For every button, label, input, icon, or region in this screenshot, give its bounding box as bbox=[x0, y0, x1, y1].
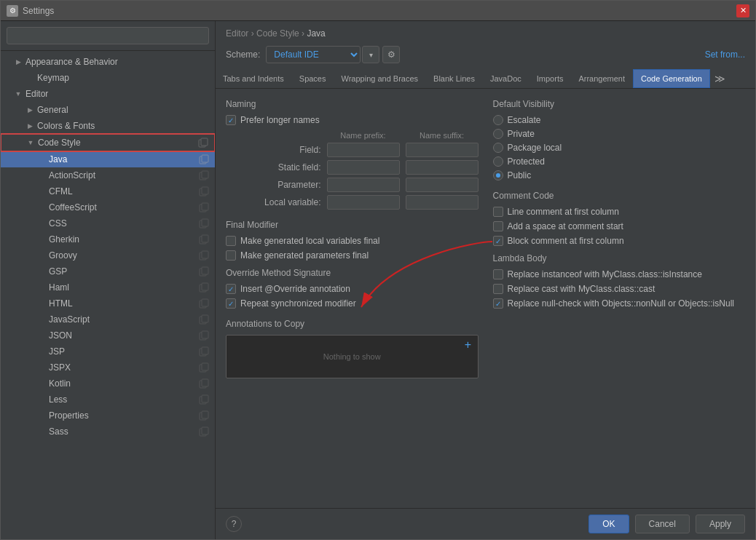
sidebar-item-label: CFML bbox=[49, 186, 199, 196]
svg-rect-27 bbox=[202, 347, 208, 354]
sidebar-item-groovy[interactable]: Groovy bbox=[1, 247, 215, 263]
sidebar-item-label: Code Style bbox=[38, 138, 198, 148]
local-variable-suffix-input[interactable] bbox=[406, 195, 479, 210]
svg-rect-23 bbox=[202, 315, 208, 322]
sidebar-item-jsp[interactable]: JSP bbox=[1, 344, 215, 360]
cancel-button[interactable]: Cancel bbox=[635, 515, 690, 533]
tab-wrapping[interactable]: Wrapping and Braces bbox=[334, 70, 427, 87]
toggle-icon bbox=[36, 234, 47, 245]
annotations-add-button[interactable]: + bbox=[462, 338, 475, 352]
sidebar-item-haml[interactable]: Haml bbox=[1, 279, 215, 295]
radio-private[interactable]: Private bbox=[493, 129, 746, 139]
copy-icon bbox=[199, 170, 209, 180]
replace-cast-checkbox[interactable] bbox=[493, 284, 503, 294]
tab-blank-lines[interactable]: Blank Lines bbox=[426, 70, 483, 87]
parameter-suffix-input[interactable] bbox=[406, 178, 479, 192]
toggle-icon bbox=[36, 410, 47, 421]
sidebar-item-gsp[interactable]: GSP bbox=[1, 263, 215, 279]
breadcrumb-code-style: Code Style bbox=[256, 28, 299, 39]
svg-rect-25 bbox=[202, 331, 208, 338]
sidebar-item-javascript[interactable]: JavaScript bbox=[1, 311, 215, 327]
line-comment-first-label: Line comment at first column bbox=[508, 207, 619, 217]
sidebar-item-appearance[interactable]: ▶ Appearance & Behavior bbox=[1, 54, 215, 70]
radio-public[interactable]: Public bbox=[493, 170, 746, 180]
sidebar-item-less[interactable]: Less bbox=[1, 392, 215, 408]
line-comment-first-checkbox[interactable] bbox=[493, 207, 503, 217]
sidebar-item-jspx[interactable]: JSPX bbox=[1, 360, 215, 376]
override-title: Override Method Signature bbox=[226, 268, 479, 278]
sidebar-item-coffeescript[interactable]: CoffeeScript bbox=[1, 199, 215, 215]
sidebar-item-keymap[interactable]: Keymap bbox=[1, 70, 215, 86]
sidebar-item-java[interactable]: Java bbox=[1, 151, 215, 167]
tab-code-generation[interactable]: Code Generation bbox=[633, 69, 710, 88]
sidebar-item-css[interactable]: CSS bbox=[1, 215, 215, 231]
make-params-final-checkbox[interactable] bbox=[226, 250, 236, 261]
set-from-link[interactable]: Set from... bbox=[705, 49, 745, 60]
scheme-row: Scheme: Default IDE ▾ ⚙ Set from... bbox=[216, 43, 755, 69]
field-suffix-input[interactable] bbox=[406, 143, 479, 157]
final-modifier-section: Final Modifier Make generated local vari… bbox=[226, 220, 479, 261]
svg-rect-7 bbox=[202, 187, 208, 194]
replace-instanceof-label: Replace instanceof with MyClass.class::i… bbox=[508, 269, 702, 279]
toggle-icon: ▼ bbox=[12, 88, 24, 100]
insert-override-checkbox[interactable] bbox=[226, 284, 236, 294]
tab-arrangement[interactable]: Arrangement bbox=[571, 70, 633, 87]
make-local-final-checkbox[interactable] bbox=[226, 236, 236, 246]
sidebar-item-code-style[interactable]: ▼ Code Style bbox=[1, 134, 215, 151]
sidebar-item-label: Sass bbox=[49, 426, 199, 437]
replace-instanceof-checkbox[interactable] bbox=[493, 269, 503, 279]
sidebar-item-colors-fonts[interactable]: ▶ Colors & Fonts bbox=[1, 118, 215, 134]
sidebar-item-sass[interactable]: Sass bbox=[1, 424, 215, 440]
tab-overflow-button[interactable]: ≫ bbox=[710, 70, 730, 87]
add-space-checkbox[interactable] bbox=[493, 221, 503, 231]
copy-icon bbox=[199, 426, 209, 437]
sidebar-item-editor[interactable]: ▼ Editor bbox=[1, 86, 215, 102]
search-input[interactable] bbox=[7, 27, 209, 44]
radio-protected[interactable]: Protected bbox=[493, 156, 746, 167]
help-button[interactable]: ? bbox=[226, 516, 242, 532]
radio-escalate[interactable]: Escalate bbox=[493, 115, 746, 125]
svg-rect-13 bbox=[202, 235, 208, 242]
visibility-radio-group: Escalate Private Package local bbox=[493, 115, 746, 180]
scheme-label: Scheme: bbox=[226, 49, 260, 60]
radio-package-local[interactable]: Package local bbox=[493, 143, 746, 153]
right-panel: Editor › Code Style › Java Scheme: Defau… bbox=[216, 21, 755, 539]
sidebar-item-general[interactable]: ▶ General bbox=[1, 102, 215, 118]
sidebar-item-gherkin[interactable]: Gherkin bbox=[1, 231, 215, 247]
scheme-select[interactable]: Default IDE bbox=[266, 46, 361, 63]
close-button[interactable]: ✕ bbox=[736, 4, 749, 17]
final-modifier-title: Final Modifier bbox=[226, 220, 479, 230]
add-space-row: Add a space at comment start bbox=[493, 221, 746, 231]
scheme-gear-button[interactable]: ⚙ bbox=[382, 46, 400, 63]
replace-null-check-checkbox[interactable] bbox=[493, 298, 503, 309]
annotations-box: Nothing to show + bbox=[226, 335, 479, 378]
right-column: Default Visibility Escalate Private bbox=[493, 99, 746, 378]
tab-javadoc[interactable]: JavaDoc bbox=[483, 70, 529, 87]
static-field-suffix-input[interactable] bbox=[406, 160, 479, 175]
sidebar-item-json[interactable]: JSON bbox=[1, 327, 215, 344]
tab-tabs-indents[interactable]: Tabs and Indents bbox=[216, 70, 292, 87]
sidebar-item-cfml[interactable]: CFML bbox=[1, 183, 215, 199]
sidebar-item-label: Kotlin bbox=[49, 378, 199, 389]
copy-icon bbox=[199, 330, 209, 341]
sidebar-item-properties[interactable]: Properties bbox=[1, 408, 215, 424]
local-variable-prefix-input[interactable] bbox=[327, 195, 400, 210]
prefer-longer-checkbox[interactable] bbox=[226, 115, 236, 125]
radio-label-protected: Protected bbox=[508, 156, 545, 167]
apply-button[interactable]: Apply bbox=[696, 515, 745, 533]
scheme-dropdown-button[interactable]: ▾ bbox=[362, 46, 379, 63]
tab-spaces[interactable]: Spaces bbox=[292, 70, 334, 87]
line-comment-first-row: Line comment at first column bbox=[493, 207, 746, 217]
parameter-prefix-input[interactable] bbox=[327, 178, 400, 192]
field-prefix-input[interactable] bbox=[327, 143, 400, 157]
block-comment-first-checkbox[interactable] bbox=[493, 236, 503, 246]
sidebar-item-kotlin[interactable]: Kotlin bbox=[1, 376, 215, 392]
static-field-prefix-input[interactable] bbox=[327, 160, 400, 175]
ok-button[interactable]: OK bbox=[588, 515, 629, 533]
main-content: ▶ Appearance & Behavior Keymap ▼ Editor … bbox=[1, 21, 755, 539]
tab-imports[interactable]: Imports bbox=[529, 70, 572, 87]
repeat-synchronized-checkbox[interactable] bbox=[226, 298, 236, 309]
sidebar-item-html[interactable]: HTML bbox=[1, 295, 215, 311]
toggle-icon bbox=[36, 330, 47, 341]
sidebar-item-actionscript[interactable]: ActionScript bbox=[1, 167, 215, 183]
